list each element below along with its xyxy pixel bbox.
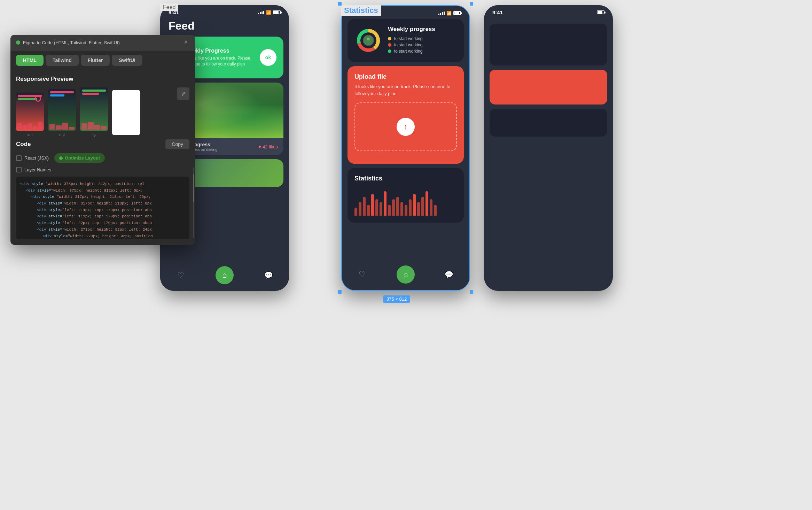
titlebar-left: Figma to Code (HTML, Tailwind, Flutter, …: [16, 40, 120, 45]
preview-inner-md: [48, 89, 76, 131]
ok-button[interactable]: ok: [260, 49, 276, 66]
code-line-3: <div style="width: 317px; height: 213px;…: [20, 194, 185, 200]
upload-title: Upload file: [354, 73, 457, 80]
third-content: [484, 18, 613, 142]
chart-bar-11: [400, 202, 403, 216]
stats-signal-4: [444, 11, 445, 15]
preview-card-sm[interactable]: [16, 93, 44, 131]
stats-signal-3: [442, 12, 443, 15]
third-status-icons: [597, 10, 604, 14]
tab-html[interactable]: HTML: [16, 55, 44, 66]
chart-bar-4: [371, 194, 374, 216]
chat-nav-icon: 💬: [264, 271, 273, 279]
legend-dot-3: [388, 49, 391, 53]
layer-names-option[interactable]: Layer Names: [16, 167, 189, 172]
tab-swiftui[interactable]: SwiftUI: [112, 55, 142, 66]
figma-scrollbar[interactable]: [193, 167, 194, 238]
layer-names-label: Layer Names: [24, 167, 51, 172]
react-option[interactable]: React (JSX): [16, 155, 49, 161]
layer-names-checkbox[interactable]: [16, 167, 22, 172]
chart-bar-8: [388, 205, 391, 216]
chart-bar-17: [425, 191, 428, 216]
preview-lg-container: lg: [80, 87, 108, 137]
preview-sm-container: sm: [16, 93, 44, 137]
legend-label-3: to start working: [394, 49, 422, 54]
signal-2: [260, 12, 261, 14]
copy-button[interactable]: Copy: [165, 139, 189, 149]
code-section-title: Code: [16, 141, 31, 148]
tab-flutter[interactable]: Flutter: [81, 55, 110, 66]
upload-arrow-icon: ↑: [404, 122, 408, 131]
mini-bar-md-1: [49, 124, 55, 130]
stats-nav-home[interactable]: ⌂: [397, 265, 415, 284]
preview-mini-content-md: [50, 91, 74, 98]
weekly-progress-text: Weekly Progress t looks like you are on …: [185, 48, 256, 67]
preview-bar-lg-2: [82, 93, 99, 95]
stats-heart-nav-icon: ♡: [359, 270, 366, 279]
chart-bar-14: [413, 194, 416, 216]
code-line-4: <div style="width: 317px; height: 213px;…: [20, 200, 185, 207]
heart-nav-icon: ♡: [177, 271, 184, 280]
chart-bar-6: [380, 202, 382, 216]
chart-bar-2: [363, 197, 366, 216]
preview-mini-stats: [17, 122, 42, 130]
selection-handle-tl: [338, 2, 342, 6]
close-button[interactable]: ×: [182, 39, 189, 46]
statistics-stats-card: Statistics: [348, 168, 464, 223]
stats-battery-icon: [453, 11, 461, 15]
responsive-preview: sm: [16, 87, 189, 137]
stats-home-nav-icon: ⌂: [403, 270, 408, 279]
feed-nav-heart[interactable]: ♡: [174, 269, 187, 281]
chart-bar-3: [367, 205, 370, 216]
preview-label-md: md: [59, 132, 64, 137]
preview-card-lg[interactable]: [80, 87, 108, 131]
feed-nav-home[interactable]: ⌂: [216, 266, 234, 284]
stats-nav-chat[interactable]: 💬: [443, 268, 455, 281]
home-nav-icon: ⌂: [222, 271, 227, 280]
third-status-time: 9:41: [492, 9, 503, 15]
third-battery: [597, 10, 604, 14]
chart-bar-15: [417, 202, 420, 216]
responsive-expand-button[interactable]: ⤢: [177, 87, 189, 100]
chart-bar-12: [405, 205, 407, 216]
stats-phone: 9:41 📶: [341, 5, 470, 291]
feed-nav-chat[interactable]: 💬: [262, 269, 275, 281]
upload-drop-zone[interactable]: ↑: [354, 102, 457, 151]
signal-4: [263, 11, 264, 14]
third-status-bar: 9:41: [484, 5, 613, 18]
preview-bar-md-2: [50, 94, 64, 96]
responsive-preview-title: Responsive Preview: [16, 76, 189, 83]
react-label: React (JSX): [24, 155, 49, 161]
stats-nav: ♡ ⌂ 💬: [342, 262, 469, 290]
preview-label-sm: sm: [28, 132, 33, 137]
figma-status-dot: [16, 40, 20, 45]
preview-mini-stats-lg: [81, 122, 107, 130]
feed-label: Feed: [160, 3, 178, 11]
legend-item-1: to start working: [388, 36, 435, 41]
mini-bar-lg-2: [88, 122, 94, 130]
upload-button[interactable]: ↑: [397, 118, 415, 136]
preview-bar-lg-1: [82, 90, 106, 92]
preview-bar-2: [18, 98, 37, 100]
react-checkbox[interactable]: [16, 155, 22, 161]
figma-plugin-window: Figma to Code (HTML, Tailwind, Flutter, …: [10, 35, 195, 245]
code-line-8: <div style="width: 273px; height: 92px; …: [20, 226, 185, 233]
tab-tailwind[interactable]: Tailwind: [46, 55, 79, 66]
chart-bar-1: [359, 202, 361, 216]
preview-bar-md-1: [50, 91, 74, 93]
preview-card-xl[interactable]: [112, 90, 140, 135]
mini-bar-lg-3: [94, 125, 100, 130]
code-line-7: <div style="left: 22px; top: 170px; posi…: [20, 220, 185, 226]
bar-chart: [354, 188, 457, 216]
mini-bar-1: [17, 123, 22, 130]
likes-count: 42 likes: [263, 144, 278, 149]
legend-label-1: to start working: [394, 36, 422, 41]
chart-bar-19: [434, 205, 437, 216]
optimize-layout-badge[interactable]: Optimize Layout: [54, 153, 105, 163]
preview-inner-lg: [80, 87, 108, 131]
preview-card-md[interactable]: [48, 89, 76, 131]
legend-item-3: to start working: [388, 49, 435, 54]
mini-bar-md-3: [62, 123, 68, 130]
stats-nav-heart[interactable]: ♡: [356, 268, 368, 281]
mini-bar-5: [38, 122, 42, 130]
